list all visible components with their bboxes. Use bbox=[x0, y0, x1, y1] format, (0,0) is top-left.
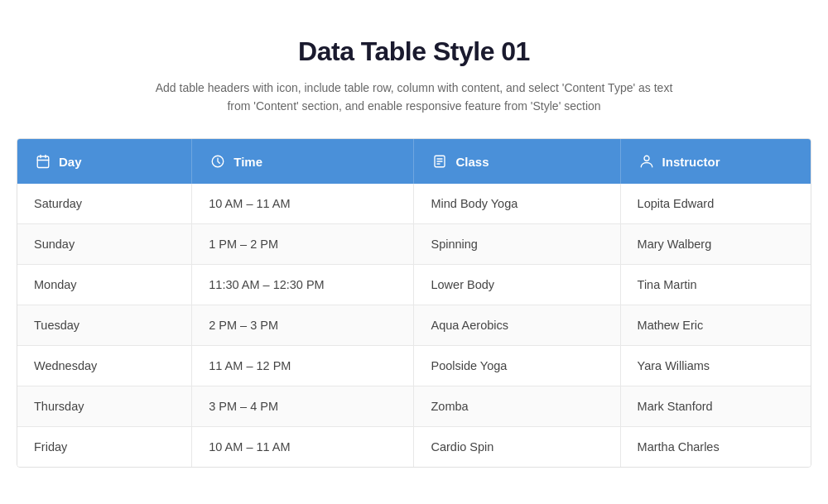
data-table: Day Time bbox=[17, 139, 811, 467]
col-header-class: Class bbox=[414, 139, 620, 184]
table-row: Saturday10 AM – 11 AMMind Body YogaLopit… bbox=[17, 184, 811, 224]
col-time-label: Time bbox=[233, 155, 262, 169]
cell-day: Monday bbox=[17, 265, 192, 305]
cell-time: 2 PM – 3 PM bbox=[192, 305, 414, 346]
table-container: Day Time bbox=[17, 138, 811, 468]
cell-day: Tuesday bbox=[17, 305, 192, 346]
table-row: Sunday1 PM – 2 PMSpinningMary Walberg bbox=[17, 224, 811, 265]
subtitle-line2: from 'Content' section, and enable respo… bbox=[227, 99, 600, 113]
cell-day: Friday bbox=[17, 427, 192, 468]
cell-instructor: Mark Stanford bbox=[620, 386, 811, 427]
table-row: Monday11:30 AM – 12:30 PMLower BodyTina … bbox=[17, 265, 811, 305]
cell-instructor: Lopita Edward bbox=[620, 184, 811, 224]
table-header-row: Day Time bbox=[17, 139, 811, 184]
cell-day: Thursday bbox=[17, 386, 192, 427]
calendar-icon bbox=[34, 152, 52, 170]
svg-point-9 bbox=[644, 156, 649, 161]
cell-day: Wednesday bbox=[17, 346, 192, 386]
person-icon bbox=[638, 152, 656, 170]
cell-instructor: Mathew Eric bbox=[620, 305, 811, 346]
cell-instructor: Tina Martin bbox=[620, 265, 811, 305]
cell-day: Saturday bbox=[17, 184, 192, 224]
table-row: Wednesday11 AM – 12 PMPoolside YogaYara … bbox=[17, 346, 811, 386]
cell-class: Aqua Aerobics bbox=[414, 305, 620, 346]
cell-class: Poolside Yoga bbox=[414, 346, 620, 386]
cell-time: 11:30 AM – 12:30 PM bbox=[192, 265, 414, 305]
table-row: Thursday3 PM – 4 PMZombaMark Stanford bbox=[17, 386, 811, 427]
subtitle-line1: Add table headers with icon, include tab… bbox=[156, 81, 673, 94]
cell-class: Spinning bbox=[414, 224, 620, 265]
col-instructor-label: Instructor bbox=[662, 155, 720, 169]
page-wrapper: Data Table Style 01 Add table headers wi… bbox=[0, 12, 828, 493]
cell-instructor: Mary Walberg bbox=[620, 224, 811, 265]
cell-time: 11 AM – 12 PM bbox=[192, 346, 414, 386]
col-header-time: Time bbox=[192, 139, 414, 184]
col-day-label: Day bbox=[59, 155, 82, 169]
table-row: Friday10 AM – 11 AMCardio SpinMartha Cha… bbox=[17, 427, 811, 468]
cell-time: 3 PM – 4 PM bbox=[192, 386, 414, 427]
table-row: Tuesday2 PM – 3 PMAqua AerobicsMathew Er… bbox=[17, 305, 811, 346]
col-header-instructor: Instructor bbox=[620, 139, 811, 184]
col-class-label: Class bbox=[455, 155, 489, 169]
cell-class: Zomba bbox=[414, 386, 620, 427]
cell-instructor: Yara Williams bbox=[620, 346, 811, 386]
table-body: Saturday10 AM – 11 AMMind Body YogaLopit… bbox=[17, 184, 811, 467]
clock-icon bbox=[209, 152, 227, 170]
cell-class: Cardio Spin bbox=[414, 427, 620, 468]
cell-class: Lower Body bbox=[414, 265, 620, 305]
cell-instructor: Martha Charles bbox=[620, 427, 811, 468]
cell-time: 10 AM – 11 AM bbox=[192, 184, 414, 224]
svg-rect-0 bbox=[37, 156, 49, 168]
cell-time: 1 PM – 2 PM bbox=[192, 224, 414, 265]
cell-time: 10 AM – 11 AM bbox=[192, 427, 414, 468]
page-title: Data Table Style 01 bbox=[17, 36, 811, 67]
cell-day: Sunday bbox=[17, 224, 192, 265]
col-header-day: Day bbox=[17, 139, 192, 184]
badge-icon bbox=[431, 152, 449, 170]
cell-class: Mind Body Yoga bbox=[414, 184, 620, 224]
page-subtitle: Add table headers with icon, include tab… bbox=[17, 79, 811, 116]
